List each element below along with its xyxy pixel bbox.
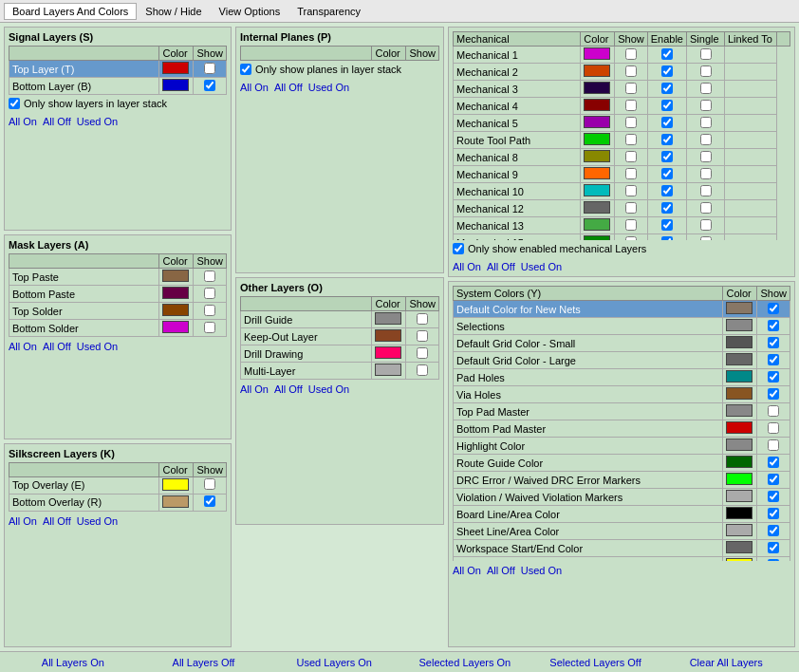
layer-show-checkbox[interactable]	[625, 151, 637, 162]
internal-used-on[interactable]: Used On	[308, 82, 349, 93]
layer-show-checkbox[interactable]	[625, 219, 637, 231]
other-layer-row[interactable]: Drill Drawing	[241, 345, 439, 363]
layer-show-checkbox[interactable]	[204, 305, 215, 316]
layer-show-checkbox[interactable]	[625, 117, 637, 128]
layer-show-checkbox[interactable]	[625, 236, 637, 241]
layer-show-checkbox[interactable]	[768, 525, 779, 536]
layer-show-checkbox[interactable]	[625, 100, 637, 111]
layer-color-cell[interactable]	[581, 149, 615, 166]
status-clear-all[interactable]: Clear All Layers	[660, 655, 791, 670]
layer-show-checkbox[interactable]	[768, 422, 779, 434]
status-all-layers-on[interactable]: All Layers On	[8, 655, 139, 670]
mech-used-on[interactable]: Used On	[521, 261, 562, 272]
layer-enable-checkbox[interactable]	[661, 236, 673, 241]
system-layer-row[interactable]: Default Grid Color - Small	[454, 335, 790, 352]
layer-single-checkbox[interactable]	[700, 168, 712, 179]
system-layer-row[interactable]: Pad Holes	[454, 369, 790, 386]
internal-all-on[interactable]: All On	[240, 82, 269, 93]
mask-layer-row[interactable]: Top Paste	[9, 269, 227, 286]
system-layer-row[interactable]: Route Guide Color	[454, 455, 790, 472]
mask-all-on[interactable]: All On	[9, 341, 37, 352]
layer-color-cell[interactable]	[159, 494, 194, 511]
layer-color-cell[interactable]	[581, 183, 615, 200]
layer-color-cell[interactable]	[581, 47, 615, 64]
system-all-on[interactable]: All On	[453, 565, 481, 576]
layer-show-checkbox[interactable]	[204, 478, 215, 490]
layer-color-cell[interactable]	[723, 403, 757, 420]
silk-all-on[interactable]: All On	[9, 515, 37, 527]
layer-color-cell[interactable]	[723, 369, 757, 386]
layer-show-checkbox[interactable]	[625, 168, 637, 179]
layer-show-checkbox[interactable]	[625, 83, 637, 94]
layer-single-checkbox[interactable]	[700, 65, 712, 77]
layer-show-checkbox[interactable]	[768, 371, 779, 383]
layer-single-checkbox[interactable]	[700, 100, 712, 111]
layer-color-cell[interactable]	[723, 472, 757, 489]
layer-show-checkbox[interactable]	[204, 288, 215, 299]
mech-layer-row[interactable]: Mechanical 10	[454, 183, 790, 200]
layer-show-checkbox[interactable]	[768, 320, 779, 331]
system-table-wrap[interactable]: System Colors (Y) Color Show Default Col…	[453, 286, 790, 561]
layer-color-cell[interactable]	[372, 345, 406, 363]
status-selected-layers-on[interactable]: Selected Layers On	[400, 655, 530, 670]
layer-single-checkbox[interactable]	[700, 151, 712, 162]
layer-show-checkbox[interactable]	[768, 491, 779, 502]
layer-show-checkbox[interactable]	[768, 388, 779, 400]
layer-color-cell[interactable]	[723, 318, 757, 335]
layer-show-checkbox[interactable]	[768, 457, 779, 468]
layer-color-cell[interactable]	[723, 301, 757, 318]
layer-show-checkbox[interactable]	[768, 474, 779, 485]
layer-color-cell[interactable]	[723, 335, 757, 352]
layer-enable-checkbox[interactable]	[661, 151, 673, 162]
internal-all-off[interactable]: All Off	[274, 82, 303, 93]
other-used-on[interactable]: Used On	[308, 383, 349, 395]
mech-layer-row[interactable]: Mechanical 12	[454, 200, 790, 217]
internal-stack-checkbox[interactable]	[240, 64, 251, 75]
other-layer-row[interactable]: Multi-Layer	[241, 363, 439, 380]
layer-color-cell[interactable]	[581, 98, 615, 115]
layer-color-cell[interactable]	[723, 455, 757, 472]
layer-show-checkbox[interactable]	[204, 495, 215, 507]
layer-show-checkbox[interactable]	[417, 347, 428, 359]
layer-enable-checkbox[interactable]	[661, 134, 673, 145]
layer-show-checkbox[interactable]	[768, 405, 779, 417]
layer-show-checkbox[interactable]	[768, 303, 779, 314]
layer-enable-checkbox[interactable]	[661, 65, 673, 77]
layer-show-checkbox[interactable]	[204, 322, 215, 333]
other-all-on[interactable]: All On	[240, 383, 269, 395]
mech-layer-row[interactable]: Mechanical 8	[454, 149, 790, 166]
status-selected-layers-off[interactable]: Selected Layers Off	[530, 655, 661, 670]
system-layer-row[interactable]: Violation / Waived Violation Markers	[454, 489, 790, 506]
layer-show-checkbox[interactable]	[625, 65, 637, 77]
layer-color-cell[interactable]	[581, 234, 615, 241]
layer-enable-checkbox[interactable]	[661, 48, 673, 60]
layer-color-cell[interactable]	[159, 269, 194, 286]
silk-layer-row[interactable]: Top Overlay (E)	[9, 476, 227, 494]
layer-color-cell[interactable]	[723, 506, 757, 523]
layer-color-cell[interactable]	[581, 115, 615, 132]
layer-show-checkbox[interactable]	[204, 271, 215, 282]
layer-show-checkbox[interactable]	[768, 508, 779, 519]
layer-single-checkbox[interactable]	[700, 236, 712, 241]
layer-color-cell[interactable]	[372, 328, 406, 345]
system-layer-row[interactable]: DRC Error / Waived DRC Error Markers	[454, 472, 790, 489]
layer-single-checkbox[interactable]	[700, 134, 712, 145]
status-used-layers-on[interactable]: Used Layers On	[269, 655, 400, 670]
mech-layer-row[interactable]: Mechanical 3	[454, 81, 790, 98]
system-layer-row[interactable]: Sheet Line/Area Color	[454, 523, 790, 540]
silk-layer-row[interactable]: Bottom Overlay (R)	[9, 494, 227, 511]
layer-color-cell[interactable]	[159, 286, 194, 303]
layer-show-checkbox[interactable]	[204, 63, 215, 74]
system-used-on[interactable]: Used On	[521, 565, 562, 576]
layer-show-checkbox[interactable]	[768, 439, 779, 451]
layer-color-cell[interactable]	[581, 132, 615, 149]
system-layer-row[interactable]: Bottom Pad Master	[454, 420, 790, 438]
layer-color-cell[interactable]	[159, 476, 194, 494]
layer-show-checkbox[interactable]	[417, 313, 428, 325]
layer-color-cell[interactable]	[372, 363, 406, 380]
layer-color-cell[interactable]	[159, 320, 194, 337]
layer-color-cell[interactable]	[723, 489, 757, 506]
signal-layer-row[interactable]: Top Layer (T)	[9, 61, 227, 78]
layer-show-checkbox[interactable]	[625, 185, 637, 196]
mech-layer-row[interactable]: Mechanical 5	[454, 115, 790, 132]
